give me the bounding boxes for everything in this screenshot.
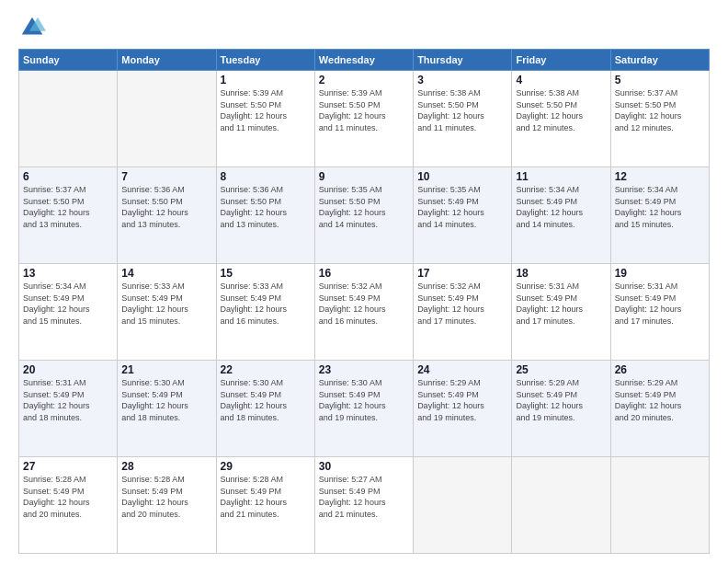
day-info: Sunrise: 5:34 AMSunset: 5:49 PMDaylight:…: [615, 184, 705, 230]
calendar-cell: [512, 457, 610, 554]
day-info: Sunrise: 5:38 AMSunset: 5:50 PMDaylight:…: [516, 87, 606, 133]
day-info: Sunrise: 5:37 AMSunset: 5:50 PMDaylight:…: [615, 87, 705, 133]
day-number: 25: [516, 363, 606, 376]
day-info: Sunrise: 5:34 AMSunset: 5:49 PMDaylight:…: [23, 281, 113, 327]
day-info: Sunrise: 5:33 AMSunset: 5:49 PMDaylight:…: [221, 281, 311, 327]
weekday-header-friday: Friday: [512, 50, 610, 71]
calendar-week-row: 20Sunrise: 5:31 AMSunset: 5:49 PMDayligh…: [19, 361, 710, 457]
weekday-header-tuesday: Tuesday: [216, 50, 314, 71]
day-info: Sunrise: 5:32 AMSunset: 5:49 PMDaylight:…: [417, 281, 507, 327]
day-number: 24: [417, 363, 507, 376]
day-number: 1: [221, 74, 311, 86]
calendar-cell: [610, 457, 709, 554]
day-info: Sunrise: 5:35 AMSunset: 5:50 PMDaylight:…: [319, 184, 409, 230]
calendar-week-row: 1Sunrise: 5:39 AMSunset: 5:50 PMDaylight…: [19, 71, 710, 167]
calendar-cell: 17Sunrise: 5:32 AMSunset: 5:49 PMDayligh…: [414, 264, 512, 361]
calendar-week-row: 13Sunrise: 5:34 AMSunset: 5:49 PMDayligh…: [19, 264, 710, 361]
day-number: 27: [23, 460, 113, 473]
calendar-cell: [414, 457, 512, 554]
day-info: Sunrise: 5:33 AMSunset: 5:49 PMDaylight:…: [121, 281, 211, 327]
calendar-cell: 14Sunrise: 5:33 AMSunset: 5:49 PMDayligh…: [118, 264, 216, 361]
calendar-cell: 30Sunrise: 5:27 AMSunset: 5:49 PMDayligh…: [314, 457, 413, 554]
day-number: 8: [221, 170, 311, 183]
calendar-cell: 1Sunrise: 5:39 AMSunset: 5:50 PMDaylight…: [216, 71, 314, 167]
weekday-header-monday: Monday: [118, 50, 216, 71]
day-number: 3: [417, 74, 507, 86]
calendar-cell: 27Sunrise: 5:28 AMSunset: 5:49 PMDayligh…: [19, 457, 118, 554]
calendar-cell: 11Sunrise: 5:34 AMSunset: 5:49 PMDayligh…: [512, 167, 610, 264]
calendar-cell: 29Sunrise: 5:28 AMSunset: 5:49 PMDayligh…: [216, 457, 314, 554]
calendar-cell: 23Sunrise: 5:30 AMSunset: 5:49 PMDayligh…: [314, 361, 413, 457]
day-info: Sunrise: 5:29 AMSunset: 5:49 PMDaylight:…: [516, 377, 606, 423]
day-info: Sunrise: 5:28 AMSunset: 5:49 PMDaylight:…: [23, 474, 113, 520]
weekday-header-saturday: Saturday: [610, 50, 709, 71]
calendar-cell: [118, 71, 216, 167]
day-info: Sunrise: 5:32 AMSunset: 5:49 PMDaylight:…: [319, 281, 409, 327]
calendar-cell: 20Sunrise: 5:31 AMSunset: 5:49 PMDayligh…: [19, 361, 118, 457]
calendar-cell: 13Sunrise: 5:34 AMSunset: 5:49 PMDayligh…: [19, 264, 118, 361]
weekday-header-sunday: Sunday: [19, 50, 118, 71]
day-number: 22: [221, 363, 311, 376]
calendar-cell: 15Sunrise: 5:33 AMSunset: 5:49 PMDayligh…: [216, 264, 314, 361]
day-number: 4: [516, 74, 606, 86]
day-info: Sunrise: 5:38 AMSunset: 5:50 PMDaylight:…: [417, 87, 507, 133]
calendar-cell: 2Sunrise: 5:39 AMSunset: 5:50 PMDaylight…: [314, 71, 413, 167]
weekday-header-thursday: Thursday: [414, 50, 512, 71]
calendar-week-row: 6Sunrise: 5:37 AMSunset: 5:50 PMDaylight…: [19, 167, 710, 264]
weekday-header-wednesday: Wednesday: [314, 50, 413, 71]
calendar-cell: 19Sunrise: 5:31 AMSunset: 5:49 PMDayligh…: [610, 264, 709, 361]
calendar-table: SundayMondayTuesdayWednesdayThursdayFrid…: [18, 49, 710, 554]
day-info: Sunrise: 5:37 AMSunset: 5:50 PMDaylight:…: [23, 184, 113, 230]
calendar-cell: 26Sunrise: 5:29 AMSunset: 5:49 PMDayligh…: [610, 361, 709, 457]
calendar-cell: 24Sunrise: 5:29 AMSunset: 5:49 PMDayligh…: [414, 361, 512, 457]
day-number: 15: [221, 267, 311, 280]
calendar-cell: 6Sunrise: 5:37 AMSunset: 5:50 PMDaylight…: [19, 167, 118, 264]
day-number: 12: [615, 170, 705, 183]
day-info: Sunrise: 5:28 AMSunset: 5:49 PMDaylight:…: [221, 474, 311, 520]
calendar-header-row: SundayMondayTuesdayWednesdayThursdayFrid…: [19, 50, 710, 71]
day-info: Sunrise: 5:30 AMSunset: 5:49 PMDaylight:…: [221, 377, 311, 423]
day-number: 19: [615, 267, 705, 280]
page: SundayMondayTuesdayWednesdayThursdayFrid…: [0, 0, 728, 563]
day-info: Sunrise: 5:29 AMSunset: 5:49 PMDaylight:…: [417, 377, 507, 423]
day-info: Sunrise: 5:30 AMSunset: 5:49 PMDaylight:…: [319, 377, 409, 423]
day-info: Sunrise: 5:27 AMSunset: 5:49 PMDaylight:…: [319, 474, 409, 520]
calendar-cell: 21Sunrise: 5:30 AMSunset: 5:49 PMDayligh…: [118, 361, 216, 457]
day-number: 16: [319, 267, 409, 280]
day-info: Sunrise: 5:30 AMSunset: 5:49 PMDaylight:…: [121, 377, 211, 423]
day-number: 20: [23, 363, 113, 376]
day-number: 14: [121, 267, 211, 280]
day-info: Sunrise: 5:31 AMSunset: 5:49 PMDaylight:…: [23, 377, 113, 423]
day-number: 30: [319, 460, 409, 473]
calendar-cell: 22Sunrise: 5:30 AMSunset: 5:49 PMDayligh…: [216, 361, 314, 457]
day-number: 26: [615, 363, 705, 376]
day-number: 17: [417, 267, 507, 280]
day-info: Sunrise: 5:36 AMSunset: 5:50 PMDaylight:…: [121, 184, 211, 230]
calendar-cell: 12Sunrise: 5:34 AMSunset: 5:49 PMDayligh…: [610, 167, 709, 264]
day-number: 7: [121, 170, 211, 183]
calendar-cell: 28Sunrise: 5:28 AMSunset: 5:49 PMDayligh…: [118, 457, 216, 554]
calendar-cell: 3Sunrise: 5:38 AMSunset: 5:50 PMDaylight…: [414, 71, 512, 167]
logo-icon: [18, 14, 46, 41]
logo: [18, 14, 50, 41]
calendar-cell: [19, 71, 118, 167]
calendar-week-row: 27Sunrise: 5:28 AMSunset: 5:49 PMDayligh…: [19, 457, 710, 554]
calendar-cell: 9Sunrise: 5:35 AMSunset: 5:50 PMDaylight…: [314, 167, 413, 264]
day-info: Sunrise: 5:31 AMSunset: 5:49 PMDaylight:…: [516, 281, 606, 327]
day-number: 10: [417, 170, 507, 183]
calendar-cell: 25Sunrise: 5:29 AMSunset: 5:49 PMDayligh…: [512, 361, 610, 457]
calendar-cell: 5Sunrise: 5:37 AMSunset: 5:50 PMDaylight…: [610, 71, 709, 167]
day-info: Sunrise: 5:34 AMSunset: 5:49 PMDaylight:…: [516, 184, 606, 230]
day-info: Sunrise: 5:39 AMSunset: 5:50 PMDaylight:…: [319, 87, 409, 133]
calendar-cell: 18Sunrise: 5:31 AMSunset: 5:49 PMDayligh…: [512, 264, 610, 361]
day-info: Sunrise: 5:29 AMSunset: 5:49 PMDaylight:…: [615, 377, 705, 423]
day-info: Sunrise: 5:28 AMSunset: 5:49 PMDaylight:…: [121, 474, 211, 520]
day-number: 6: [23, 170, 113, 183]
calendar-cell: 4Sunrise: 5:38 AMSunset: 5:50 PMDaylight…: [512, 71, 610, 167]
day-number: 13: [23, 267, 113, 280]
calendar-cell: 10Sunrise: 5:35 AMSunset: 5:49 PMDayligh…: [414, 167, 512, 264]
calendar-cell: 8Sunrise: 5:36 AMSunset: 5:50 PMDaylight…: [216, 167, 314, 264]
day-number: 18: [516, 267, 606, 280]
day-info: Sunrise: 5:36 AMSunset: 5:50 PMDaylight:…: [221, 184, 311, 230]
calendar-cell: 16Sunrise: 5:32 AMSunset: 5:49 PMDayligh…: [314, 264, 413, 361]
